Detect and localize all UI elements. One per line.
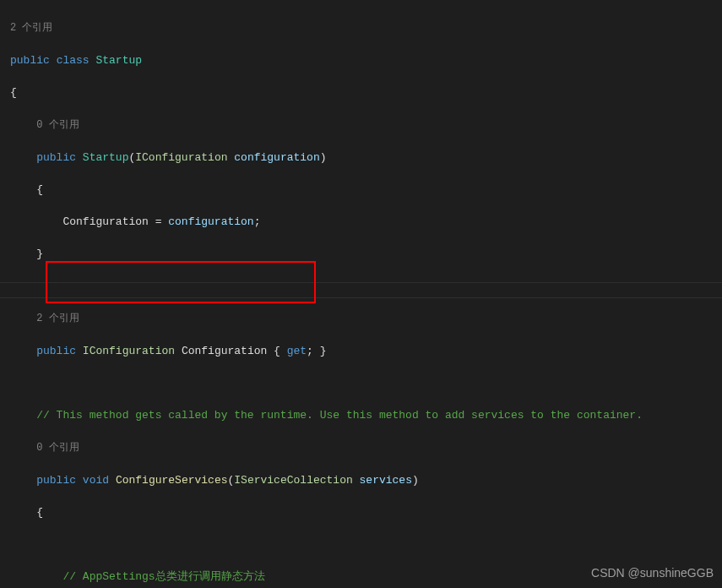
- prop: Configuration: [62, 215, 148, 228]
- method-name: Startup: [83, 151, 129, 164]
- codelens-ref[interactable]: 0 个引用: [36, 442, 79, 454]
- class-name: Startup: [95, 54, 142, 67]
- method-name: ConfigureServices: [116, 474, 228, 487]
- codelens-ref[interactable]: 0 个引用: [36, 119, 79, 131]
- codelens-ref[interactable]: 2 个引用: [36, 313, 79, 324]
- type-name: IConfiguration: [135, 151, 227, 164]
- keyword: class: [57, 54, 90, 67]
- brace: {: [10, 86, 17, 99]
- codelens-ref[interactable]: 2 个引用: [10, 22, 52, 34]
- param: configuration: [234, 151, 319, 164]
- code-editor[interactable]: 2 个引用 public class Startup { 0 个引用 publi…: [0, 0, 722, 588]
- watermark: CSDN @sunshineGGB: [591, 565, 714, 581]
- keyword: public: [10, 54, 50, 67]
- comment: // This method gets called by the runtim…: [36, 409, 643, 422]
- comment: // AppSettings总类进行调用静态方法: [62, 570, 264, 583]
